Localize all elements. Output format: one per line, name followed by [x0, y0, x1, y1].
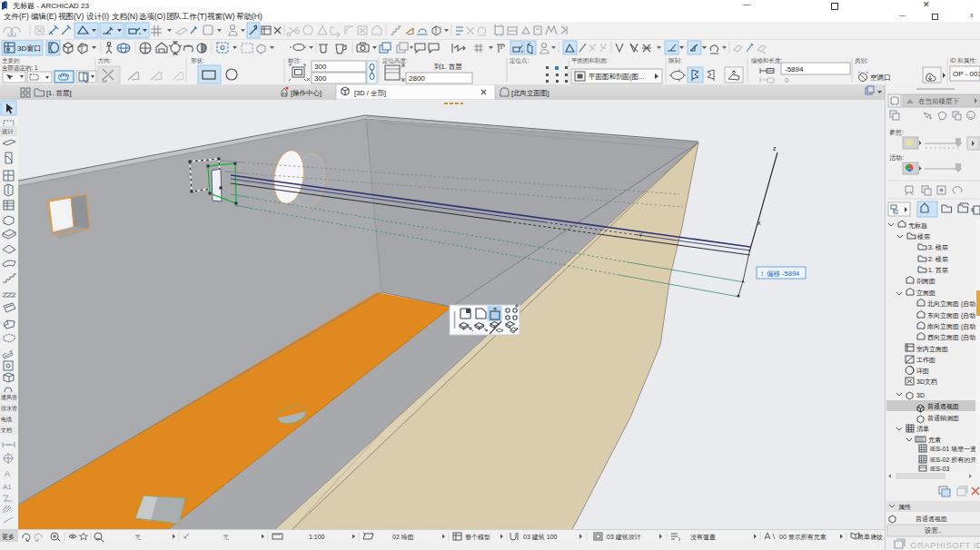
svg-text:剖面图: 剖面图 [916, 278, 935, 285]
svg-text:南向立面图 (自动重: 南向立面图 (自动重 [927, 323, 980, 330]
svg-text:z: z [773, 145, 777, 152]
svg-text:编修和长度:: 编修和长度: [751, 57, 783, 64]
svg-text:普通透视图: 普通透视图 [916, 515, 947, 523]
svg-text:普通轴测图: 普通轴测图 [927, 414, 959, 422]
svg-text:元素: 元素 [928, 437, 941, 443]
svg-text:IES-02 所有的开: IES-02 所有的开 [930, 457, 976, 464]
svg-text:详图: 详图 [916, 367, 929, 375]
svg-text:A1: A1 [3, 483, 12, 491]
svg-text:没有覆盖: 没有覆盖 [690, 534, 716, 541]
svg-text:-5894: -5894 [785, 65, 804, 74]
svg-text:3. 楼层: 3. 楼层 [928, 244, 948, 251]
svg-text:无: 无 [134, 534, 141, 541]
svg-text:活动:: 活动: [889, 154, 904, 162]
svg-text:02 绘图: 02 绘图 [392, 534, 414, 541]
svg-text:1:100: 1:100 [309, 534, 325, 540]
svg-text:2800: 2800 [409, 74, 425, 83]
svg-text:到1. 首层: 到1. 首层 [434, 63, 462, 71]
svg-text:平面图和剖面(图...: 平面图和剖面(图... [589, 73, 644, 81]
svg-text:[北向立面图]: [北向立面图] [511, 89, 549, 97]
svg-text:y: y [639, 231, 642, 237]
svg-text:3D: 3D [916, 392, 925, 398]
svg-text:清单: 清单 [916, 426, 929, 433]
svg-text:[3D / 全部]: [3D / 全部] [354, 89, 386, 97]
svg-text:03 建筑设计: 03 建筑设计 [607, 534, 641, 541]
svg-text:无: 无 [223, 534, 229, 541]
svg-text:设置..: 设置.. [925, 526, 942, 535]
svg-text:楼层: 楼层 [917, 233, 930, 241]
svg-text:室内立面图: 室内立面图 [916, 346, 948, 353]
svg-text:300: 300 [314, 74, 327, 83]
svg-text:限制:: 限制: [668, 57, 682, 64]
svg-text:偏移 -5894: 偏移 -5894 [767, 270, 799, 278]
svg-text:更多: 更多 [2, 534, 15, 541]
svg-text:2. 楼层: 2. 楼层 [928, 256, 948, 263]
svg-text:[操作中心]: [操作中心] [291, 89, 322, 97]
svg-text:形状:: 形状: [191, 57, 204, 64]
svg-text:300: 300 [314, 63, 327, 71]
svg-text:定位点:: 定位点: [510, 57, 530, 64]
svg-text:全部选定的: 1: 全部选定的: 1 [2, 64, 38, 72]
svg-text:普通透视图: 普通透视图 [927, 402, 959, 410]
svg-text:电缆: 电缆 [1, 417, 13, 423]
svg-text:西向立面图 (自动重: 西向立面图 (自动重 [927, 334, 980, 341]
svg-text:0: 0 [785, 76, 789, 84]
svg-text:设计: 设计 [2, 128, 15, 134]
svg-text:在当前楼层下: 在当前楼层下 [918, 97, 960, 105]
svg-text:通风管: 通风管 [1, 394, 17, 401]
svg-text:GRAPHISOFT ID: GRAPHISOFT ID [910, 540, 980, 550]
svg-text:OP - 003: OP - 003 [953, 70, 980, 78]
svg-text:类别:: 类别: [855, 57, 868, 64]
svg-text:无标题: 无标题 [908, 222, 927, 230]
svg-text:IES-01 墙壁一览: IES-01 墙壁一览 [930, 446, 976, 453]
svg-text:北向立面图 (自动重: 北向立面图 (自动重 [927, 300, 980, 308]
svg-text:IES-03: IES-03 [930, 466, 950, 472]
svg-text:3D文档: 3D文档 [916, 378, 937, 386]
svg-text:整个模型: 整个模型 [465, 534, 490, 541]
svg-text:工作图: 工作图 [916, 357, 935, 364]
svg-text:ID 和属性:: ID 和属性: [950, 57, 977, 64]
svg-text:东向立面图 (自动重: 东向立面图 (自动重 [927, 312, 980, 319]
svg-text:[1. 首层]: [1. 首层] [46, 89, 72, 97]
svg-text:1. 首层: 1. 首层 [928, 267, 948, 274]
svg-text:文档: 文档 [1, 427, 12, 434]
svg-text:3D窗口: 3D窗口 [17, 44, 41, 53]
svg-text:标注:: 标注: [287, 57, 302, 64]
svg-text:定位高度:: 定位高度: [382, 57, 408, 64]
svg-text:立面图: 立面图 [916, 290, 935, 297]
svg-text:空调口: 空调口 [870, 74, 891, 82]
svg-text:03 建筑 100: 03 建筑 100 [523, 534, 557, 541]
svg-text:属性: 属性 [898, 504, 911, 510]
svg-text:00 显示所有元素: 00 显示所有元素 [779, 534, 827, 541]
svg-text:排水管: 排水管 [1, 405, 17, 412]
svg-text:↕: ↕ [760, 270, 764, 278]
svg-text:平面图和剖面:: 平面图和剖面: [571, 57, 609, 64]
svg-text:参照:: 参照: [889, 129, 904, 136]
svg-text:方向:: 方向: [98, 57, 112, 64]
svg-text:A: A [5, 469, 10, 478]
svg-text:x: x [757, 220, 761, 226]
svg-text:主要的: 主要的 [2, 57, 20, 64]
svg-text:简单底纹: 简单底纹 [857, 534, 883, 541]
